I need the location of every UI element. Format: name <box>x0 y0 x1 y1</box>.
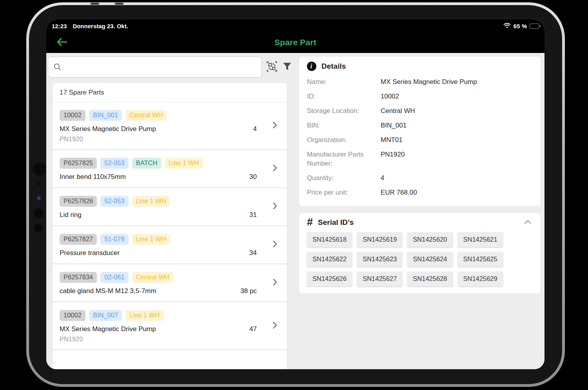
tablet-device-frame: 12:23 Donnerstag 23. Okt. 65 % <box>26 2 565 387</box>
badge-blue: 02-061 <box>100 272 128 283</box>
badge-row: P625782751-078Line 1 WH <box>60 234 281 245</box>
chevron-right-icon <box>273 122 277 130</box>
item-subtitle: PN1920 <box>60 135 281 143</box>
spare-part-list: 10002BIN_001Central WHMX Series Magnetic… <box>53 102 287 369</box>
status-date: Donnerstag 23. Okt. <box>73 23 128 29</box>
detail-row: Organization:MNT01 <box>307 133 533 148</box>
item-quantity: 4 <box>253 125 257 133</box>
item-quantity: 31 <box>249 211 257 219</box>
microphone-dot <box>38 183 40 185</box>
badge-row: P625782552-053BATCHLine 1 WH <box>60 158 281 169</box>
search-icon <box>53 63 62 73</box>
badge-gray: 10002 <box>60 110 85 121</box>
badge-yellow: Line 1 WH <box>132 196 170 207</box>
list-item[interactable]: 10002BIN_007Line 1 WHMX Series Magnetic … <box>53 301 287 349</box>
detail-label: Storage Location: <box>307 107 381 116</box>
serial-ids-card: # Serial ID’s SN1425618SN1425619SN1425 <box>299 212 541 294</box>
qr-scan-icon <box>267 61 277 73</box>
collapse-button[interactable] <box>523 218 533 227</box>
serial-ids-header: # Serial ID’s <box>307 217 533 228</box>
content-area: 17 Spare Parts 10002BIN_001Central WHMX … <box>46 53 544 369</box>
search-row <box>48 56 293 78</box>
item-title: MX Series Magnetic Drive Pump <box>60 125 253 133</box>
details-card: i Details Name:MX Series Magnetic Drive … <box>299 56 541 207</box>
filter-funnel-icon <box>283 62 292 72</box>
badge-gray: P6257826 <box>60 196 97 207</box>
filter-button[interactable] <box>282 62 292 72</box>
hash-icon: # <box>307 217 313 228</box>
item-title: Pressure transducer <box>60 249 249 257</box>
item-subtitle: PN1920 <box>60 335 281 343</box>
list-item-partial <box>53 349 287 355</box>
detail-label: Price per unit: <box>307 188 381 197</box>
serial-chip[interactable]: SN1425619 <box>357 232 402 247</box>
front-sensor <box>34 224 43 233</box>
details-rows: Name:MX Series Magnetic Drive PumpID:100… <box>307 75 533 200</box>
detail-row: Name:MX Series Magnetic Drive Pump <box>307 75 533 89</box>
details-title: Details <box>321 62 346 71</box>
chevron-right-icon <box>273 164 277 173</box>
badge-gray: 10002 <box>60 310 85 321</box>
list-item[interactable]: P625782652-053Line 1 WHLid ring31 <box>53 187 287 225</box>
serial-chip[interactable]: SN1425626 <box>307 272 352 286</box>
serial-ids-title: Serial ID’s <box>318 218 354 227</box>
badge-gray: P6257825 <box>60 158 97 169</box>
front-sensor <box>33 162 46 176</box>
list-item[interactable]: P625782552-053BATCHLine 1 WHInner bend 1… <box>53 149 287 187</box>
back-button[interactable] <box>56 36 68 47</box>
badge-yellow: Line 1 WH <box>132 234 170 245</box>
detail-row: ID:10002 <box>307 89 533 104</box>
item-quantity: 30 <box>249 173 257 181</box>
tablet-bezel: 12:23 Donnerstag 23. Okt. 65 % <box>29 5 562 384</box>
detail-value: MNT01 <box>381 136 533 145</box>
list-item[interactable]: P625783402-061Central WHcable gland MS-M… <box>53 263 287 301</box>
serial-chip[interactable]: SN1425621 <box>458 232 503 247</box>
serial-chip[interactable]: SN1425629 <box>458 272 503 286</box>
detail-label: ID: <box>307 92 381 101</box>
spare-part-list-panel: 17 Spare Parts 10002BIN_001Central WHMX … <box>46 53 293 369</box>
serial-chip[interactable]: SN1425628 <box>407 272 452 286</box>
item-title: Lid ring <box>60 211 249 219</box>
search-input[interactable] <box>48 56 262 78</box>
qr-scan-button[interactable] <box>266 62 277 73</box>
chevron-up-icon <box>524 219 532 225</box>
detail-value: EUR 768.00 <box>381 188 533 197</box>
serial-chip-grid: SN1425618SN1425619SN1425620SN1425621SN14… <box>307 232 533 286</box>
badge-blue: BIN_001 <box>89 110 122 121</box>
detail-value: 10002 <box>381 92 533 101</box>
badge-blue: 52-053 <box>100 196 128 207</box>
detail-label: Quantity: <box>307 174 381 183</box>
item-quantity: 47 <box>249 325 257 333</box>
detail-row: Storage Location:Central WH <box>307 104 533 118</box>
item-title: Inner bend 110x75mm <box>60 173 249 181</box>
serial-chip[interactable]: SN1425627 <box>357 272 402 286</box>
serial-chip[interactable]: SN1425623 <box>357 252 402 267</box>
detail-label: Organization: <box>307 136 381 145</box>
badge-yellow: Line 1 WH <box>165 158 203 169</box>
volume-button <box>115 3 123 5</box>
spare-part-list-card: 17 Spare Parts 10002BIN_001Central WHMX … <box>52 82 287 369</box>
list-item[interactable]: P625782751-078Line 1 WHPressure transduc… <box>53 225 287 263</box>
info-icon: i <box>307 62 316 71</box>
serial-chip[interactable]: SN1425624 <box>407 252 452 267</box>
serial-chip[interactable]: SN1425618 <box>307 232 352 247</box>
detail-row: Quantity:4 <box>307 171 533 186</box>
app-header: Spare Part <box>46 31 544 53</box>
list-count-label: 17 Spare Parts <box>53 83 287 102</box>
item-quantity: 34 <box>249 249 257 257</box>
chevron-right-icon <box>273 322 277 330</box>
chevron-right-icon <box>273 202 277 211</box>
detail-row: Price per unit:EUR 768.00 <box>307 186 533 200</box>
list-item[interactable]: 10002BIN_001Central WHMX Series Magnetic… <box>53 102 287 149</box>
serial-chip[interactable]: SN1425620 <box>407 232 452 247</box>
page-title: Spare Part <box>274 38 316 47</box>
front-sensor <box>34 208 44 219</box>
badge-green: BATCH <box>132 158 162 169</box>
detail-value: BIN_001 <box>381 121 533 130</box>
item-title: cable gland MS-M M12 3,5-7mm <box>60 287 240 295</box>
serial-chip[interactable]: SN1425625 <box>458 252 503 267</box>
serial-chip[interactable]: SN1425622 <box>307 252 352 267</box>
badge-yellow: Central WH <box>132 272 173 283</box>
volume-button <box>91 3 99 5</box>
battery-percent: 65 % <box>514 23 527 29</box>
